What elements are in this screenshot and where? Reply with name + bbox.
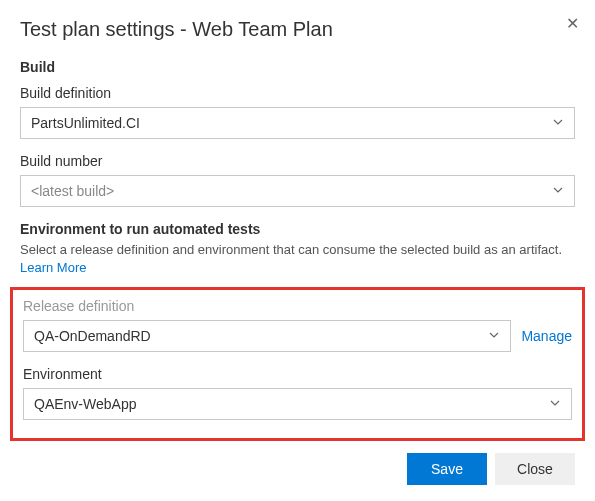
build-definition-dropdown[interactable]: PartsUnlimited.CI [20,107,575,139]
build-number-dropdown[interactable]: <latest build> [20,175,575,207]
build-number-label: Build number [20,153,575,169]
chevron-down-icon [549,396,561,412]
manage-link[interactable]: Manage [521,328,572,344]
build-definition-label: Build definition [20,85,575,101]
release-definition-dropdown[interactable]: QA-OnDemandRD [23,320,511,352]
build-number-value: <latest build> [31,183,114,199]
highlighted-environment-area: Release definition QA-OnDemandRD Manage … [10,287,585,441]
build-section-header: Build [20,59,575,75]
chevron-down-icon [552,183,564,199]
chevron-down-icon [488,328,500,344]
environment-section-header: Environment to run automated tests [20,221,575,237]
environment-field-label: Environment [23,366,572,382]
environment-dropdown[interactable]: QAEnv-WebApp [23,388,572,420]
learn-more-link[interactable]: Learn More [20,260,86,275]
close-button[interactable]: Close [495,453,575,485]
release-definition-label: Release definition [23,298,572,314]
environment-value: QAEnv-WebApp [34,396,136,412]
build-definition-value: PartsUnlimited.CI [31,115,140,131]
close-icon[interactable]: ✕ [566,14,579,33]
save-button[interactable]: Save [407,453,487,485]
release-definition-value: QA-OnDemandRD [34,328,151,344]
dialog-title: Test plan settings - Web Team Plan [20,18,575,41]
dialog-button-row: Save Close [407,453,575,485]
environment-helper-text: Select a release definition and environm… [20,241,575,277]
chevron-down-icon [552,115,564,131]
